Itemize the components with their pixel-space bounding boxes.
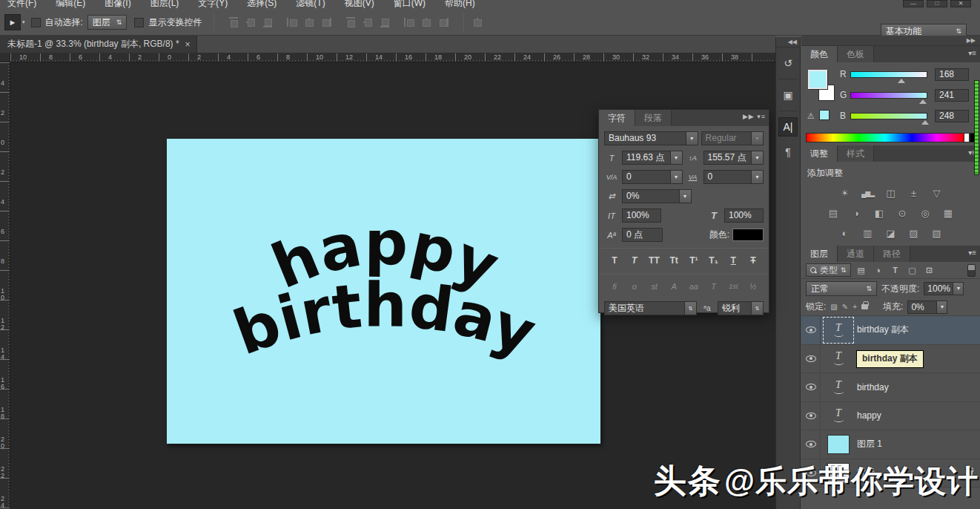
tab-channels[interactable]: 通道 xyxy=(838,246,874,262)
posterize-icon[interactable]: ▥ xyxy=(860,226,876,241)
kerning-field[interactable]: 0 ▼ xyxy=(622,170,683,184)
distribute-top-icon[interactable] xyxy=(345,16,357,28)
color-spectrum-ramp[interactable] xyxy=(806,133,964,142)
tab-color[interactable]: 颜色 xyxy=(801,46,838,62)
filter-kind-dropdown[interactable]: 类型 ⇅ xyxy=(806,263,851,277)
paragraph-panel-icon[interactable]: ¶ xyxy=(778,142,798,162)
faux-bold-button[interactable]: T xyxy=(606,253,623,268)
tool-preset-caret-icon[interactable]: ▾ xyxy=(22,19,25,25)
scrollbar[interactable] xyxy=(974,80,979,175)
levels-icon[interactable]: ▄▆▂ xyxy=(860,186,876,201)
character-panel-icon[interactable]: A| xyxy=(778,117,798,137)
fill-field[interactable]: 0% ▼ xyxy=(907,301,947,314)
font-family-dropdown[interactable]: Bauhaus 93 ▼ xyxy=(604,131,698,145)
menu-select[interactable]: 选择(S) xyxy=(242,0,281,10)
layer-thumbnail-warped-text[interactable]: T xyxy=(826,348,851,369)
tab-adjustments[interactable]: 调整 xyxy=(801,145,838,162)
distribute-bottom-icon[interactable] xyxy=(379,16,391,28)
tab-layers[interactable]: 图层 xyxy=(801,246,838,262)
lock-pixels-icon[interactable]: ✎ xyxy=(842,303,848,311)
filter-pixel-layers-icon[interactable]: ▤ xyxy=(855,266,868,275)
layer-thumbnail-warped-text[interactable]: T xyxy=(826,405,851,426)
lock-all-icon[interactable] xyxy=(861,304,868,309)
hue-saturation-icon[interactable]: ▤ xyxy=(825,206,841,221)
gamut-warning-icon[interactable]: ⚠ xyxy=(807,111,815,121)
brightness-contrast-icon[interactable]: ☀ xyxy=(837,186,853,201)
discretionary-ligatures-button[interactable]: st xyxy=(646,279,662,294)
slider-thumb[interactable] xyxy=(919,99,927,104)
visibility-toggle[interactable] xyxy=(801,345,821,373)
language-dropdown[interactable]: 美国英语 ⇅ xyxy=(604,301,697,315)
history-panel-icon[interactable]: ↺ xyxy=(778,53,798,73)
auto-select-checkbox[interactable] xyxy=(31,18,41,27)
photo-filter-icon[interactable]: ⊙ xyxy=(894,206,910,221)
menu-edit[interactable]: 编辑(E) xyxy=(51,0,90,10)
panel-menu-icon[interactable]: ▾≡ xyxy=(968,249,976,257)
ligatures-button[interactable]: fi xyxy=(606,279,623,294)
small-caps-button[interactable]: Tt xyxy=(666,253,682,268)
exposure-icon[interactable]: ± xyxy=(906,186,922,201)
layer-thumbnail-fill[interactable] xyxy=(826,434,851,455)
vibrance-icon[interactable]: ▽ xyxy=(929,186,945,201)
filter-shape-layers-icon[interactable]: ▢ xyxy=(906,266,919,275)
maximize-button[interactable]: □ xyxy=(927,0,947,7)
text-color-swatch[interactable] xyxy=(732,229,764,241)
tab-close-icon[interactable]: × xyxy=(185,39,191,50)
visibility-toggle[interactable] xyxy=(801,316,821,344)
threshold-icon[interactable]: ◪ xyxy=(883,226,899,241)
color-lookup-icon[interactable]: ▦ xyxy=(940,206,956,221)
menu-filter[interactable]: 滤镜(T) xyxy=(291,0,329,10)
blue-value-field[interactable]: 248 xyxy=(935,110,969,122)
font-style-dropdown[interactable]: Regular ▼ xyxy=(701,131,764,145)
align-vertical-center-icon[interactable] xyxy=(245,16,257,28)
show-transform-checkbox[interactable] xyxy=(134,18,144,27)
gradient-map-icon[interactable]: ▨ xyxy=(906,226,922,241)
underline-button[interactable]: T xyxy=(725,253,741,268)
titling-alternates-button[interactable]: T xyxy=(706,279,722,294)
auto-select-dropdown[interactable]: 图层 ⇅ xyxy=(87,15,128,30)
menu-file[interactable]: 文件(F) xyxy=(3,0,41,10)
visibility-toggle[interactable] xyxy=(801,402,821,430)
menu-help[interactable]: 帮助(H) xyxy=(440,0,480,10)
leading-field[interactable]: 155.57 点 ▼ xyxy=(703,151,764,165)
slider-thumb[interactable] xyxy=(898,79,905,83)
horizontal-scale-field[interactable]: 100% xyxy=(724,208,764,223)
invert-icon[interactable]: ◐ xyxy=(837,226,853,241)
canvas-document[interactable]: happy birthday xyxy=(167,139,600,444)
curves-icon[interactable]: ◫ xyxy=(883,186,899,201)
faux-italic-button[interactable]: T xyxy=(626,253,643,268)
expand-panels-icon[interactable]: ◀◀ xyxy=(776,37,800,47)
layer-row-birthday[interactable]: T birthday xyxy=(801,373,980,402)
distribute-horizontal-center-icon[interactable] xyxy=(420,16,433,28)
layer-name[interactable]: happy xyxy=(857,410,881,421)
collapse-panels-icon[interactable]: ▶▶ xyxy=(801,36,980,46)
spectrum-white-swatch[interactable] xyxy=(964,133,970,142)
layer-name[interactable]: birthday xyxy=(857,382,889,393)
tsume-field[interactable]: 0% ▼ xyxy=(622,189,692,203)
distribute-left-icon[interactable] xyxy=(403,16,416,28)
panel-menu-icon[interactable]: ▾≡ xyxy=(968,49,976,57)
antialias-dropdown[interactable]: 锐利 ⇅ xyxy=(718,301,764,315)
document-tab[interactable]: 未标题-1 @ 33.3% (birthday 副本, RGB/8) * × xyxy=(0,36,197,53)
distribute-vertical-center-icon[interactable] xyxy=(362,16,374,28)
menu-view[interactable]: 视图(V) xyxy=(340,0,379,10)
distribute-right-icon[interactable] xyxy=(437,16,450,28)
font-size-field[interactable]: 119.63 点 ▼ xyxy=(622,151,683,165)
green-slider[interactable] xyxy=(850,92,927,99)
stylistic-alternates-button[interactable]: aa xyxy=(686,279,702,294)
red-slider[interactable] xyxy=(850,71,927,78)
gamut-safe-swatch[interactable] xyxy=(819,110,830,120)
ordinals-button[interactable]: 1st xyxy=(725,279,741,294)
move-tool-icon[interactable]: ► xyxy=(4,14,21,30)
layer-name[interactable]: 图层 1 xyxy=(857,438,882,450)
foreground-color-swatch[interactable] xyxy=(808,70,827,89)
green-value-field[interactable]: 241 xyxy=(935,89,969,102)
blue-slider[interactable] xyxy=(850,113,927,119)
visibility-toggle[interactable] xyxy=(801,373,821,401)
layer-thumbnail-warped-text[interactable]: T xyxy=(826,320,851,341)
3d-panel-icon[interactable]: ▣ xyxy=(778,85,798,105)
align-top-icon[interactable] xyxy=(228,16,240,28)
blend-mode-dropdown[interactable]: 正常 ⇅ xyxy=(806,281,877,296)
filter-type-layers-icon[interactable]: T xyxy=(889,266,902,275)
panel-menu-icon[interactable]: ▶▶ ▾≡ xyxy=(743,113,766,120)
